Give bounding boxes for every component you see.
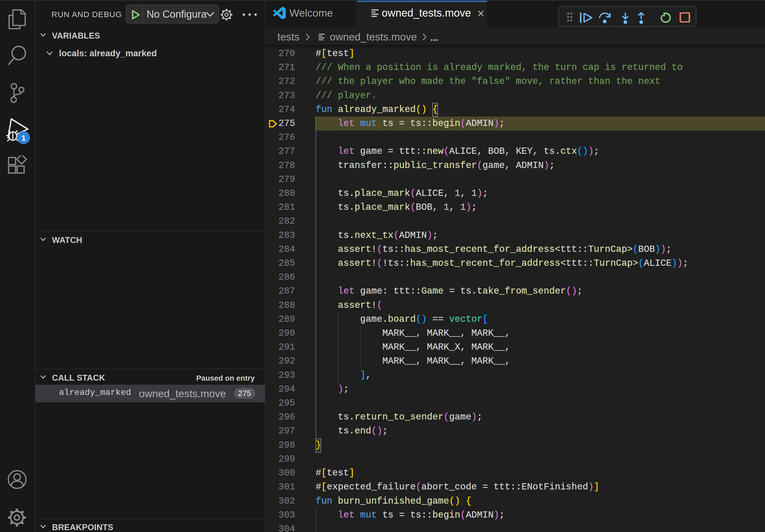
- svg-text:1: 1: [21, 133, 26, 142]
